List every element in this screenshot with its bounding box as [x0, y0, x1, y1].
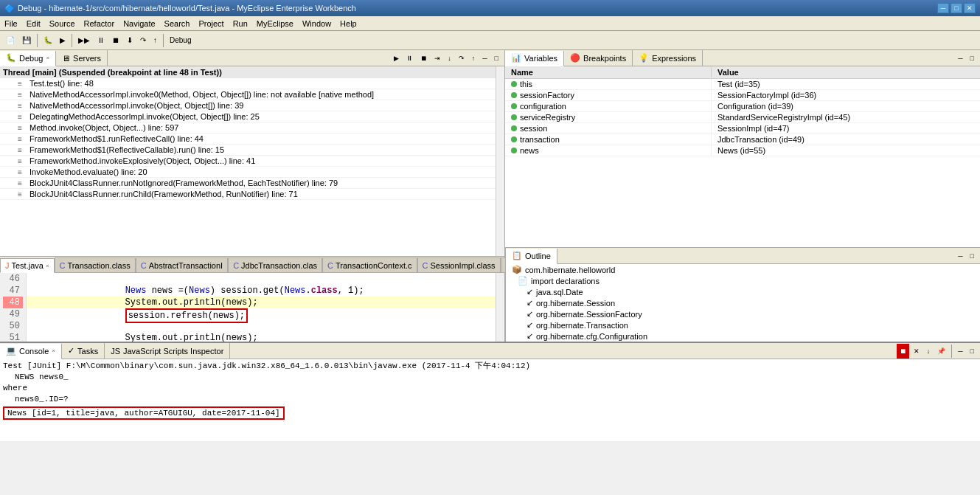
- toolbar-terminate[interactable]: ⏹: [109, 33, 122, 48]
- toolbar-debug[interactable]: 🐛: [41, 33, 55, 48]
- menu-file[interactable]: File: [0, 18, 22, 30]
- maximize-debug-btn[interactable]: □: [492, 51, 501, 66]
- tab-js-inspector[interactable]: JS JavaScript Scripts Inspector: [105, 343, 230, 359]
- debug-frame-1[interactable]: ≡ NativeMethodAccessorImpl.invoke0(Metho…: [0, 89, 496, 100]
- toolbar-step-return[interactable]: ↑: [150, 33, 160, 48]
- tab-outline[interactable]: 📋 Outline: [506, 249, 557, 264]
- debug-frame-4[interactable]: ≡ Method.invoke(Object, Object...) line:…: [0, 122, 496, 134]
- toolbar-save[interactable]: 💾: [19, 33, 34, 48]
- menu-search[interactable]: Search: [160, 18, 195, 30]
- menu-help[interactable]: Help: [336, 18, 361, 30]
- var-row-session[interactable]: session SessionImpl (id=47): [505, 123, 980, 134]
- tab-servers[interactable]: 🖥 Servers: [56, 50, 108, 66]
- news-name: news: [520, 146, 539, 155]
- toolbar-suspend[interactable]: ⏸: [94, 33, 108, 48]
- console-pin-btn[interactable]: 📌: [934, 344, 948, 359]
- tab-session-impl[interactable]: C SessionImpl.class: [417, 257, 501, 272]
- console-terminate-btn[interactable]: ⏹: [897, 344, 909, 359]
- outline-item-sessionfactory[interactable]: ↙ org.hibernate.SessionFactory: [506, 308, 980, 319]
- toolbar-step-into[interactable]: ⬇: [124, 33, 136, 48]
- outline-content[interactable]: 📦 com.hibernate.helloworld 📄 import decl…: [506, 264, 980, 342]
- menu-navigate[interactable]: Navigate: [119, 18, 159, 30]
- tab-jdbc-transaction[interactable]: C JdbcTransaction.clas: [228, 257, 322, 272]
- tab-expressions[interactable]: 💡 Expressions: [633, 50, 703, 66]
- var-row-serviceregistry[interactable]: serviceRegistry StandardServiceRegistryI…: [505, 112, 980, 123]
- console-sep: [951, 345, 952, 358]
- console-minimize-btn[interactable]: ─: [955, 344, 965, 359]
- menu-run[interactable]: Run: [229, 18, 252, 30]
- debug-frame-7[interactable]: ≡ FrameworkMethod.invokeExplosively(Obje…: [0, 156, 496, 167]
- close-button[interactable]: ✕: [964, 3, 976, 13]
- toolbar-new[interactable]: 📄: [3, 33, 18, 48]
- tab-debug[interactable]: 🐛 Debug ×: [0, 51, 56, 66]
- var-minimize-btn[interactable]: ─: [955, 51, 965, 66]
- var-row-configuration[interactable]: configuration Configuration (id=39): [505, 101, 980, 112]
- console-maximize-btn[interactable]: □: [967, 344, 977, 359]
- debug-resume-btn[interactable]: ▶: [391, 51, 402, 66]
- debug-list[interactable]: Thread [main] (Suspended (breakpoint at …: [0, 66, 496, 256]
- var-row-news[interactable]: news News (id=55): [505, 145, 980, 156]
- toolbar-perspective[interactable]: Debug: [167, 33, 194, 48]
- package-icon: 📦: [512, 265, 522, 274]
- debug-frame-0[interactable]: ≡ Test.test() line: 48: [0, 78, 496, 89]
- tab-breakpoints[interactable]: 🔴 Breakpoints: [564, 50, 633, 66]
- maximize-button[interactable]: □: [951, 3, 962, 13]
- tab-abstract-transaction[interactable]: C AbstractTransactionI: [136, 257, 228, 272]
- debug-thread-header: Thread [main] (Suspended (breakpoint at …: [0, 66, 496, 78]
- window-controls[interactable]: ─ □ ✕: [937, 3, 976, 13]
- debug-frame-2[interactable]: ≡ NativeMethodAccessorImpl.invoke(Object…: [0, 100, 496, 111]
- debug-disconnect-btn[interactable]: ⇥: [431, 51, 443, 66]
- debug-frame-9[interactable]: ≡ BlockJUnit4ClassRunner.runNotIgnored(F…: [0, 178, 496, 189]
- debug-tab-close[interactable]: ×: [46, 55, 49, 61]
- console-clear-btn[interactable]: ✕: [911, 344, 922, 359]
- minimize-button[interactable]: ─: [937, 3, 949, 13]
- debug-frame-6[interactable]: ≡ FrameworkMethod$1(ReflectiveCallable).…: [0, 145, 496, 156]
- toolbar-step-over[interactable]: ↷: [137, 33, 149, 48]
- debug-stepover-btn[interactable]: ↷: [456, 51, 468, 66]
- package-label: com.hibernate.helloworld: [525, 266, 615, 274]
- menu-window[interactable]: Window: [298, 18, 336, 30]
- tab-transaction-class[interactable]: C Transaction.class: [55, 257, 136, 272]
- console-scroll-btn[interactable]: ↓: [924, 344, 934, 359]
- menu-source[interactable]: Source: [45, 18, 80, 30]
- menu-refactor[interactable]: Refactor: [80, 18, 119, 30]
- debug-stepinto-btn[interactable]: ↓: [445, 51, 454, 66]
- tab-console[interactable]: 💻 Console ×: [0, 344, 62, 359]
- console-tab-close[interactable]: ×: [52, 347, 55, 354]
- outline-maximize-btn[interactable]: □: [967, 249, 977, 263]
- menu-project[interactable]: Project: [194, 18, 228, 30]
- tab-variables[interactable]: 📊 Variables: [505, 51, 564, 66]
- outline-item-configuration[interactable]: ↙ org.hibernate.cfg.Configuration: [506, 330, 980, 342]
- toolbar-run[interactable]: ▶: [57, 33, 69, 48]
- code-content[interactable]: News news =(News) session.get(News.class…: [27, 273, 496, 342]
- debug-frame-8[interactable]: ≡ InvokeMethod.evaluate() line: 20: [0, 167, 496, 178]
- tab-tasks[interactable]: ✓ Tasks: [62, 343, 105, 359]
- minimize-debug-btn[interactable]: ─: [479, 51, 490, 66]
- outline-item-date[interactable]: ↙ java.sql.Date: [506, 286, 980, 297]
- var-maximize-btn[interactable]: □: [967, 51, 977, 66]
- debug-suspend-btn[interactable]: ⏸: [403, 51, 416, 66]
- var-row-transaction[interactable]: transaction JdbcTransaction (id=49): [505, 134, 980, 145]
- console-label: Console: [19, 347, 49, 356]
- outline-item-session[interactable]: ↙ org.hibernate.Session: [506, 297, 980, 308]
- outline-item-imports[interactable]: 📄 import declarations: [506, 275, 980, 286]
- outline-item-package[interactable]: 📦 com.hibernate.helloworld: [506, 264, 980, 275]
- menu-edit[interactable]: Edit: [22, 18, 45, 30]
- test-java-close[interactable]: ×: [46, 263, 49, 269]
- debug-frame-3[interactable]: ≡ DelegatingMethodAccessorImpl.invoke(Ob…: [0, 111, 496, 122]
- var-row-this[interactable]: this Test (id=35): [505, 79, 980, 90]
- debug-scrollbar[interactable]: [496, 66, 504, 256]
- tab-test-java[interactable]: J Test.java ×: [0, 258, 55, 273]
- tab-transaction-context[interactable]: C TransactionContext.c: [322, 257, 417, 272]
- variables-table[interactable]: Name Value this Test (id=35) sessio: [505, 66, 980, 247]
- var-row-sessionfactory[interactable]: sessionFactory SessionFactoryImpl (id=36…: [505, 90, 980, 101]
- menu-myeclipse[interactable]: MyEclipse: [252, 18, 298, 30]
- debug-frame-5[interactable]: ≡ FrameworkMethod$1.runReflectiveCall() …: [0, 134, 496, 145]
- debug-terminate-btn[interactable]: ⏹: [417, 51, 430, 66]
- outline-minimize-btn[interactable]: ─: [955, 249, 965, 263]
- outline-item-transaction[interactable]: ↙ org.hibernate.Transaction: [506, 319, 980, 330]
- debug-frame-10[interactable]: ≡ BlockJUnit4ClassRunner.runChild(Framew…: [0, 189, 496, 200]
- editor-scrollbar[interactable]: [496, 273, 504, 342]
- toolbar-resume[interactable]: ▶▶: [75, 33, 93, 48]
- debug-stepreturn-btn[interactable]: ↑: [469, 51, 479, 66]
